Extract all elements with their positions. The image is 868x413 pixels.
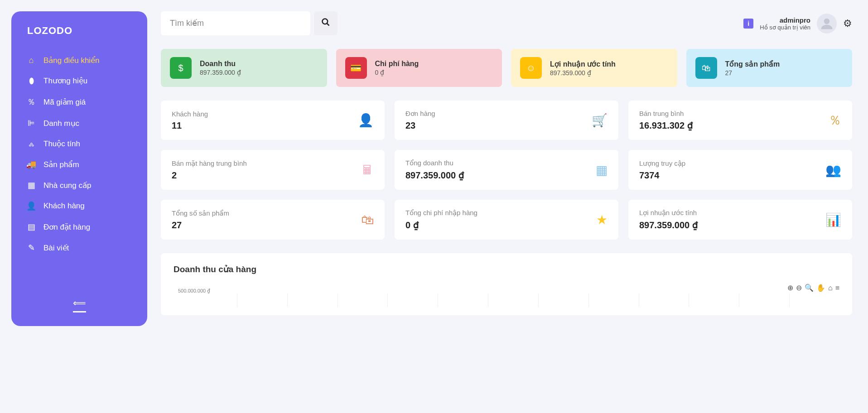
stat-icon: 🛒 [592, 113, 608, 128]
stat-value: 23 [405, 120, 435, 131]
svg-point-2 [824, 18, 830, 24]
search-input[interactable] [161, 11, 310, 35]
user-text[interactable]: adminpro Hồ sơ quản trị viên [760, 16, 810, 31]
avatar[interactable] [817, 14, 837, 34]
stat-value: 11 [172, 120, 208, 131]
summary-row: $Doanh thu897.359.000 ₫💳Chi phí hàng0 ₫☺… [161, 49, 852, 87]
summary-icon: 🛍 [695, 57, 717, 79]
sidebar-item-label: Nhà cung cấp [43, 181, 91, 190]
user-area: i adminpro Hồ sơ quản trị viên ⚙ [743, 14, 852, 34]
sidebar-item-0[interactable]: ⌂Bảng điều khiển [18, 50, 140, 71]
stat-card-7: Tổng chi phí nhập hàng0 ₫★ [395, 200, 618, 240]
search-button[interactable] [314, 11, 338, 35]
chart-toolbar: ⊕ ⊖ 🔍 ✋ ⌂ ≡ [787, 283, 839, 292]
sidebar-item-7[interactable]: 👤Khách hàng [18, 196, 140, 216]
chart-grid [237, 293, 839, 307]
stat-label: Lợi nhuận ước tính [639, 209, 698, 217]
summary-value: 0 ₫ [375, 69, 419, 76]
stat-label: Đơn hàng [405, 110, 435, 118]
stat-value: 2 [172, 170, 247, 181]
sidebar-item-label: Khách hàng [43, 202, 85, 211]
stat-card-1: Đơn hàng23🛒 [395, 101, 618, 140]
settings-button[interactable]: ⚙ [843, 18, 852, 29]
chart-zoom-out-button[interactable]: ⊖ [796, 283, 802, 292]
topbar: i adminpro Hồ sơ quản trị viên ⚙ [161, 11, 852, 35]
stat-value: 897.359.000 ₫ [639, 220, 698, 231]
user-icon: 👤 [26, 201, 36, 211]
stat-icon: ★ [596, 212, 608, 227]
stat-label: Tổng doanh thu [405, 159, 464, 167]
user-subtitle: Hồ sơ quản trị viên [760, 24, 810, 31]
summary-icon: $ [170, 57, 192, 79]
sidebar-item-label: Bảng điều khiển [43, 56, 100, 65]
chart-zoom-in-button[interactable]: ⊕ [787, 283, 793, 292]
svg-line-1 [327, 24, 329, 26]
stat-value: 27 [172, 220, 229, 231]
summary-card-3[interactable]: 🛍Tổng sản phẩm27 [686, 49, 853, 87]
summary-card-0[interactable]: $Doanh thu897.359.000 ₫ [161, 49, 327, 87]
search-icon [321, 18, 330, 29]
chart-menu-button[interactable]: ≡ [835, 284, 839, 292]
chart-reset-button[interactable]: ⌂ [828, 284, 833, 292]
stat-icon: 👥 [825, 163, 841, 178]
sidebar-item-label: Thương hiệu [43, 76, 87, 86]
egg-icon: ⬮ [26, 76, 36, 86]
chart-zoom-selection-button[interactable]: 🔍 [805, 283, 814, 292]
sidebar-item-8[interactable]: ▤Đơn đặt hàng [18, 216, 140, 237]
edit-icon: ✎ [26, 243, 36, 253]
sidebar-item-6[interactable]: ▦Nhà cung cấp [18, 175, 140, 196]
stat-label: Tổng số sản phẩm [172, 209, 229, 217]
sidebar-item-5[interactable]: 🚚Sản phẩm [18, 154, 140, 175]
sidebar-item-4[interactable]: ஃThuộc tính [18, 134, 140, 154]
stat-value: 16.931.302 ₫ [639, 120, 693, 131]
brand-logo: LOZODO [18, 25, 140, 37]
stat-value: 7374 [639, 170, 685, 181]
avatar-icon [820, 17, 834, 30]
user-name: adminpro [760, 16, 810, 24]
stat-card-3: Bán mặt hàng trung bình2🖩 [161, 150, 385, 190]
sidebar-item-3[interactable]: ⊫Danh mục [18, 113, 140, 134]
summary-value: 27 [725, 69, 780, 77]
gear-icon: ⚙ [843, 18, 852, 29]
truck-icon: 🚚 [26, 159, 36, 169]
stat-label: Tổng chi phí nhập hàng [405, 209, 477, 217]
collapse-icon: ⟸ [73, 298, 86, 312]
stat-icon: ％ [829, 112, 841, 129]
nav: ⌂Bảng điều khiển⬮Thương hiệu％Mã giảm giá… [18, 50, 140, 288]
stat-card-8: Lợi nhuận ước tính897.359.000 ₫📊 [628, 200, 852, 240]
summary-title: Tổng sản phẩm [725, 60, 780, 68]
chart-title: Doanh thu cửa hàng [174, 264, 839, 274]
stat-icon: 🛍 [361, 212, 374, 227]
search-wrap [161, 11, 338, 35]
stat-icon: 📊 [825, 212, 841, 227]
main-content: i adminpro Hồ sơ quản trị viên ⚙ $Doanh … [159, 0, 868, 413]
grid-icon: ▦ [26, 180, 36, 190]
summary-title: Lợi nhuận ước tính [550, 60, 616, 68]
stat-label: Bán trung bình [639, 110, 693, 117]
info-badge[interactable]: i [743, 19, 753, 29]
percent-icon: ％ [26, 96, 36, 107]
chart-body: ⊕ ⊖ 🔍 ✋ ⌂ ≡ 500.000.000 ₫ [174, 288, 839, 311]
document-icon: ▤ [26, 222, 36, 232]
sidebar-collapse-button[interactable]: ⟸ [18, 293, 140, 317]
summary-value: 897.359.000 ₫ [200, 69, 241, 76]
stat-icon: 👤 [358, 113, 374, 128]
sidebar-item-label: Đơn đặt hàng [43, 222, 90, 232]
summary-card-2[interactable]: ☺Lợi nhuận ước tính897.359.000 ₫ [511, 49, 677, 87]
stat-icon: ▦ [596, 163, 608, 178]
stat-card-0: Khách hàng11👤 [161, 101, 385, 140]
sidebar-item-1[interactable]: ⬮Thương hiệu [18, 71, 140, 91]
sidebar-item-label: Thuộc tính [43, 139, 80, 149]
sidebar-item-9[interactable]: ✎Bài viết [18, 237, 140, 258]
category-icon: ⊫ [26, 118, 36, 128]
sidebar-item-2[interactable]: ％Mã giảm giá [18, 91, 140, 113]
stat-card-2: Bán trung bình16.931.302 ₫％ [628, 101, 852, 140]
summary-title: Chi phí hàng [375, 60, 419, 68]
sidebar-item-label: Mã giảm giá [43, 97, 86, 107]
stat-card-5: Lượng truy cập7374👥 [628, 150, 852, 190]
summary-card-1[interactable]: 💳Chi phí hàng0 ₫ [336, 49, 502, 87]
attribute-icon: ஃ [26, 139, 36, 149]
chart-pan-button[interactable]: ✋ [816, 283, 825, 292]
chart-section: Doanh thu cửa hàng ⊕ ⊖ 🔍 ✋ ⌂ ≡ 500.000.0… [161, 253, 852, 315]
stat-label: Khách hàng [172, 110, 208, 118]
